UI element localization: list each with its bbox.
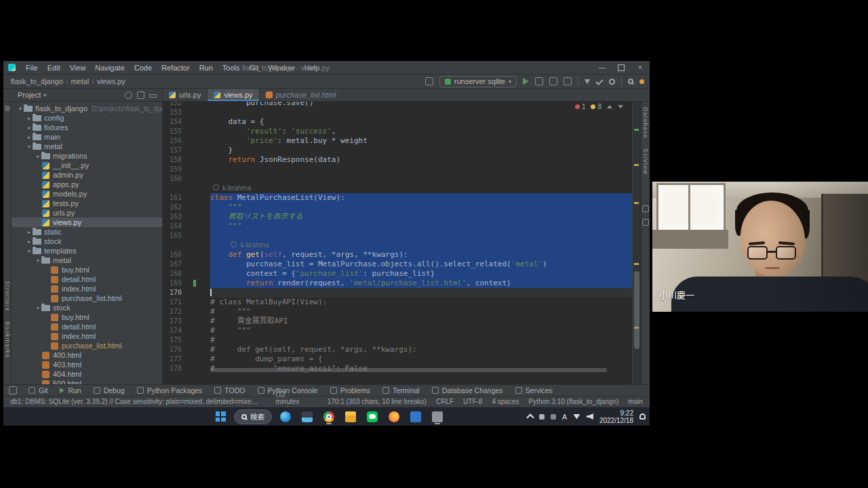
git-commit-button[interactable] [595, 77, 603, 85]
firefox-taskbar-button[interactable] [386, 409, 402, 425]
status-item[interactable]: 170:1 (303 chars, 10 line breaks) [328, 398, 427, 405]
tree-item-403.html[interactable]: 403.html [12, 360, 162, 369]
code-line[interactable]: 165 [163, 231, 641, 241]
code-line[interactable]: 170 [163, 288, 641, 298]
tree-item-metal[interactable]: ▾metal [12, 256, 162, 265]
tool-debug[interactable]: Debug [87, 385, 131, 396]
clock[interactable]: 9:22 2022/12/18 [599, 409, 633, 424]
code-inlay-row[interactable]: k-brahma [163, 184, 641, 193]
ime-indicator[interactable]: A [562, 413, 567, 421]
tree-item-static[interactable]: ▸static [12, 227, 162, 237]
tree-item-detail.html[interactable]: detail.html [12, 274, 162, 284]
tree-chevron-icon[interactable]: ▾ [35, 258, 41, 264]
menu-file[interactable]: File [21, 64, 43, 72]
start-button[interactable] [212, 409, 229, 425]
vertical-scrollbar[interactable] [634, 271, 639, 349]
tree-item-500.html[interactable]: 500.html [12, 379, 162, 384]
tray-app-icon[interactable] [551, 414, 556, 420]
tree-item-admin.py[interactable]: admin.py [12, 170, 162, 180]
tree-chevron-icon[interactable]: ▸ [26, 125, 33, 131]
menu-tools[interactable]: Tools [218, 64, 245, 72]
code-line[interactable]: 154 data = { [163, 117, 641, 127]
volume-icon[interactable] [587, 413, 593, 420]
code-line[interactable]: 171# class MetalBuyAPI(View): [163, 298, 641, 307]
tree-chevron-icon[interactable]: ▾ [17, 106, 24, 112]
code-line[interactable]: 176# def get(self, request, *args, **kwa… [163, 345, 641, 354]
tree-item-apps.py[interactable]: apps.py [12, 180, 162, 189]
tool-services[interactable]: Services [509, 385, 559, 396]
device-icon[interactable] [425, 77, 433, 85]
stripe-mark[interactable] [634, 129, 639, 131]
tree-chevron-icon[interactable]: ▸ [26, 239, 33, 245]
code-line[interactable]: 156 'price': metal.buy * weight [163, 136, 641, 146]
tray-app-icon[interactable] [539, 414, 545, 420]
stripe-button-icon[interactable] [642, 219, 649, 226]
code-line[interactable]: 175# [163, 336, 641, 345]
profiler-button[interactable] [564, 77, 572, 85]
code-line[interactable]: 166 def get(self, request, *args, **kwar… [163, 250, 641, 260]
code-line[interactable]: 158 return JsonResponse(data) [163, 155, 641, 165]
tool-stripe-sciview[interactable]: SciView [642, 148, 649, 175]
run-config-selector[interactable]: runserver sqlite ▾ [439, 76, 517, 87]
breadcrumb-item[interactable]: metal [68, 77, 91, 85]
tree-item-tests.py[interactable]: tests.py [12, 199, 162, 208]
status-item[interactable]: CRLF [436, 398, 454, 405]
tray-expand-icon[interactable] [526, 413, 534, 421]
tool-todo[interactable]: TODO [208, 385, 251, 396]
tool-stripe-structure[interactable]: Structure [4, 281, 11, 312]
git-update-button[interactable] [585, 79, 590, 84]
code-line[interactable]: 173# 貴金属買取API [163, 317, 641, 326]
menu-code[interactable]: Code [130, 64, 157, 72]
update-indicator-icon[interactable] [639, 79, 644, 84]
wifi-icon[interactable] [573, 414, 580, 420]
close-button[interactable]: × [631, 61, 650, 74]
code-line[interactable]: 177# dump_params = { [163, 354, 641, 364]
coverage-button[interactable] [549, 77, 557, 85]
code-line[interactable]: 163 買取リストを表示する [163, 212, 641, 222]
status-item[interactable]: UTF-8 [463, 398, 482, 405]
code-line[interactable]: 161class MetalPurchaseList(View): [163, 193, 641, 203]
tool-run[interactable]: Run [54, 385, 87, 396]
inspections-widget[interactable]: 1 8 [572, 103, 626, 110]
stripe-button-icon[interactable] [642, 205, 649, 212]
next-problem-icon[interactable] [618, 105, 623, 108]
tab-purchase_list.html[interactable]: purchase_list.html [260, 89, 343, 101]
tab-urls.py[interactable]: urls.py [163, 89, 208, 101]
tree-item-detail.html[interactable]: detail.html [12, 322, 162, 331]
tree-chevron-icon[interactable]: ▾ [26, 248, 33, 254]
tree-item-templates[interactable]: ▾templates [12, 246, 162, 256]
tree-item-migrations[interactable]: ▸migrations [12, 151, 162, 161]
tree-chevron-icon[interactable]: ▸ [26, 115, 33, 121]
tree-chevron-icon[interactable]: ▸ [26, 134, 33, 140]
code-line[interactable]: 160 [163, 174, 641, 184]
tree-item-buy.html[interactable]: buy.html [12, 265, 162, 274]
tool-stripe-database[interactable]: Database [642, 107, 649, 139]
code-line[interactable]: 164 """ [163, 222, 641, 231]
tree-item-stock[interactable]: ▸stock [12, 237, 162, 246]
tree-item-models.py[interactable]: models.py [12, 189, 162, 199]
code-line[interactable]: 155 'result': 'success', [163, 127, 641, 136]
tree-item-metal[interactable]: ▾metal [12, 142, 162, 151]
tree-item-__init__.py[interactable]: __init__.py [12, 161, 162, 170]
notes-taskbar-button[interactable] [429, 409, 446, 425]
code-line[interactable]: 157 } [163, 146, 641, 155]
code-line[interactable]: 159 [163, 165, 641, 174]
status-item[interactable]: 4 spaces [492, 398, 519, 405]
tree-chevron-icon[interactable]: ▾ [35, 305, 41, 311]
tree-chevron-icon[interactable]: ▸ [26, 229, 33, 235]
search-everywhere-icon[interactable] [628, 79, 633, 84]
tool-terminal[interactable]: Terminal [376, 385, 426, 396]
tree-item-index.html[interactable]: index.html [12, 331, 162, 341]
code-line[interactable]: 168 context = {'purchase_list': purchase… [163, 269, 641, 279]
tree-item-urls.py[interactable]: urls.py [12, 208, 162, 218]
tree-item-stock[interactable]: ▾stock [12, 303, 162, 312]
run-button[interactable] [523, 78, 529, 85]
title-bar[interactable]: FileEditViewNavigateCodeRefactorRunTools… [3, 61, 650, 75]
stripe-mark[interactable] [634, 202, 639, 204]
tree-item-purchase_list.html[interactable]: purchase_list.html [12, 293, 162, 303]
error-stripe[interactable] [632, 102, 641, 384]
tree-chevron-icon[interactable]: ▸ [35, 153, 41, 159]
debug-button[interactable] [535, 77, 543, 85]
menu-navigate[interactable]: Navigate [90, 64, 129, 72]
menu-refactor[interactable]: Refactor [157, 64, 195, 72]
